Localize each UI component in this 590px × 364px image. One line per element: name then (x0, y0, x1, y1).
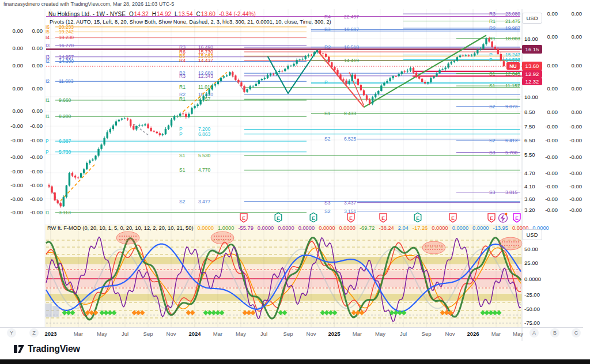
fmod-indicator-legend[interactable]: RW ft. F-MOD (0, 20, 10, 1, 5, 0, 20, 10… (47, 225, 549, 231)
currency-button-indicator[interactable]: USD (522, 229, 542, 240)
earnings-badge-flash-icon[interactable] (499, 213, 508, 223)
earnings-badge-green-icon[interactable]: E (310, 213, 317, 222)
time-axis-month-label: Sep (283, 331, 293, 337)
indicator-tick: -50.00 (524, 306, 550, 312)
margin-value-right: -0.00 (539, 154, 558, 160)
pivots-indicator-legend[interactable]: Pivots (12, AUTO, 15, Left, 8, 20, Show … (50, 19, 331, 25)
close-value: 13.60 (201, 11, 215, 17)
earnings-badge-green-icon[interactable]: E (414, 213, 421, 222)
margin-value-left: 0.00 (24, 62, 43, 69)
svg-text:16.770: 16.770 (59, 43, 74, 48)
svg-text:S1: S1 (179, 167, 186, 173)
svg-text:E: E (277, 215, 280, 221)
svg-text:S1: S1 (179, 153, 186, 158)
svg-text:4.770: 4.770 (198, 167, 211, 173)
margin-value-left: 0.00 (24, 45, 43, 51)
time-axis-month-label: Mar (491, 331, 501, 337)
svg-text:I1: I1 (46, 97, 50, 103)
margin-value-left: 0.00 (24, 85, 43, 92)
symbol-legend[interactable]: Nu Holdings Ltd. - 1W - NYSEO14.32H14.92… (48, 11, 256, 17)
indicator-tick: 0.0000 (524, 276, 550, 282)
price-tick: 10.00 (524, 94, 550, 100)
margin-value-right: 0.00 (539, 109, 558, 115)
margin-value-left: -0.00 (5, 154, 23, 160)
svg-text:R4: R4 (179, 58, 186, 63)
tradingview-logo[interactable]: TradingView (14, 344, 80, 354)
indicator-value: 0.0000 (198, 225, 214, 231)
margin-value-right: 0.00 (563, 62, 582, 69)
high-label: H (152, 11, 156, 17)
indicator-value: 0.0000 (432, 225, 448, 231)
indicator-value: 0.0000 (319, 225, 335, 231)
low-value: 13.54 (179, 11, 193, 17)
margin-value-left: 0.00 (24, 108, 43, 114)
svg-text:3.815: 3.815 (505, 189, 518, 195)
svg-text:S3: S3 (489, 150, 496, 156)
svg-text:3.113: 3.113 (59, 210, 71, 215)
indicator-tick: 25.00 (524, 260, 550, 266)
svg-text:R2: R2 (489, 25, 496, 31)
indicator-value: 2.04 (398, 225, 409, 231)
svg-text:6.413: 6.413 (505, 138, 518, 143)
candlesticks (48, 37, 505, 208)
symbol-title[interactable]: Nu Holdings Ltd. - 1W - NYSE (48, 11, 126, 17)
margin-value-right: 0.00 (563, 33, 582, 40)
bottom-bar (0, 359, 590, 364)
svg-text:8.200: 8.200 (59, 113, 71, 119)
layout-button-c[interactable]: C (572, 328, 581, 338)
svg-text:14.419: 14.419 (344, 58, 359, 63)
svg-text:5.700: 5.700 (505, 150, 518, 156)
earnings-badge-green-icon[interactable]: E (275, 213, 282, 222)
svg-text:21.475: 21.475 (505, 18, 520, 24)
layout-button-a[interactable]: A (530, 328, 539, 338)
change-value: -0.34 (-2.44%) (219, 11, 256, 17)
indicator-value: 0.0000 (258, 225, 274, 231)
earnings-badge-red-icon[interactable]: E (488, 214, 495, 222)
time-axis-month-label: Nov (167, 331, 176, 337)
margin-value-right: 0.00 (539, 33, 558, 40)
indicator-value: 0.0000 (472, 225, 489, 231)
svg-text:3.437: 3.437 (344, 200, 357, 206)
currency-button-main[interactable]: USD (522, 13, 542, 24)
indicator-value: -17.26 (413, 225, 428, 231)
svg-text:14.437: 14.437 (198, 58, 213, 63)
margin-value-left: -0.00 (24, 209, 43, 215)
svg-text:5.730: 5.730 (59, 149, 71, 155)
price-badge: 12.32 (522, 78, 542, 85)
svg-text:R1: R1 (179, 96, 186, 102)
tradingview-logo-icon (14, 344, 24, 354)
margin-value-left: 0.00 (5, 108, 23, 114)
close-label: C (196, 11, 201, 17)
svg-text:S2: S2 (324, 136, 331, 142)
svg-text:11.683: 11.683 (59, 78, 74, 84)
time-axis-month-label: Jul (260, 331, 267, 337)
time-axis-month-label: Nov (307, 331, 316, 337)
svg-text:8.433: 8.433 (344, 111, 357, 116)
earnings-badge-red-icon[interactable]: E (449, 214, 456, 222)
symbol-price-chip: NU (506, 62, 520, 70)
earnings-badge-magenta-icon[interactable]: E (513, 214, 520, 222)
svg-text:12.343: 12.343 (198, 73, 213, 79)
time-axis-year-label: 2026 (467, 331, 479, 337)
svg-text:S2: S2 (179, 199, 186, 204)
indicator-tick: 50.00 (524, 246, 550, 252)
svg-text:22.497: 22.497 (344, 14, 359, 20)
earnings-badge-red-icon[interactable]: E (380, 214, 387, 222)
svg-text:E: E (381, 215, 385, 221)
timeframe-button-y[interactable]: Y (7, 328, 16, 338)
margin-value-left: 0.00 (5, 28, 23, 34)
indicator-value: -38.24 (379, 225, 394, 231)
chart-canvas: I620.233I519.242I418.230I316.770I314.957… (0, 0, 590, 364)
svg-text:S1: S1 (324, 111, 331, 116)
earnings-badge-red-icon[interactable]: E (240, 214, 247, 222)
margin-value-left: 0.00 (24, 28, 43, 34)
indicator-tick: -75.00 (524, 320, 550, 326)
margin-value-left: -0.00 (24, 196, 43, 202)
margin-value-left: -0.00 (5, 209, 23, 215)
margin-value-right: -0.00 (563, 137, 582, 143)
margin-value-right: 0.00 (539, 85, 558, 92)
layout-button-b[interactable]: B (550, 328, 559, 338)
svg-text:3.477: 3.477 (198, 199, 211, 204)
earnings-badge-red-icon[interactable]: E (347, 214, 354, 222)
timeframe-button-z[interactable]: Z (29, 328, 39, 338)
